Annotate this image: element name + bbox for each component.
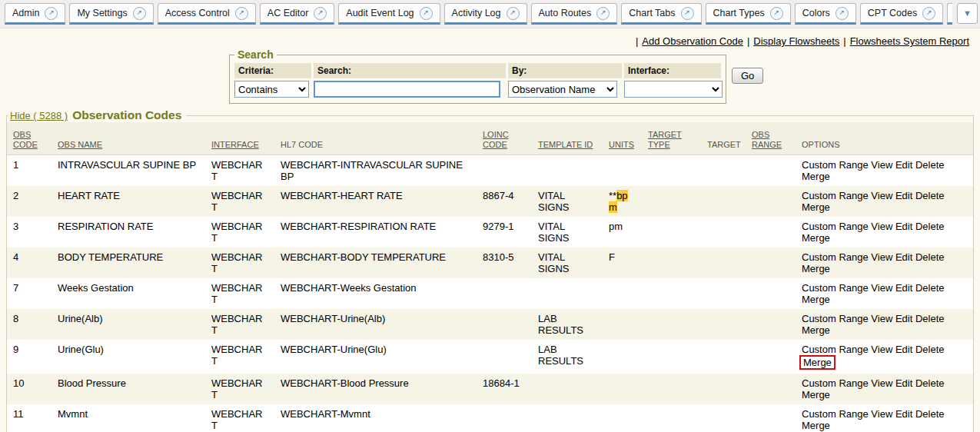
- option-custom-range-link[interactable]: Custom Range: [802, 221, 869, 232]
- sort-link-interface[interactable]: INTERFACE: [211, 140, 259, 149]
- flowsheets-system-report-link[interactable]: Flowsheets System Report: [850, 35, 969, 47]
- option-merge-link[interactable]: Merge: [802, 201, 830, 213]
- interface-select[interactable]: [624, 81, 723, 98]
- option-edit-link[interactable]: Edit: [895, 159, 912, 171]
- cell-target: [701, 186, 746, 217]
- tab-access-control[interactable]: Access Control↗: [158, 3, 256, 25]
- option-edit-link[interactable]: Edit: [895, 377, 912, 389]
- popup-arrow-icon[interactable]: ↗: [922, 7, 935, 20]
- option-merge-link[interactable]: Merge: [802, 294, 830, 305]
- option-merge-link[interactable]: Merge: [802, 389, 830, 400]
- column-header-target-type[interactable]: TARGET TYPE: [642, 122, 701, 155]
- column-header-obs-range[interactable]: OBS RANGE: [746, 122, 796, 155]
- option-delete-link[interactable]: Delete: [915, 190, 945, 201]
- tab-admin[interactable]: Admin↗: [5, 3, 65, 25]
- tab-auto-routes[interactable]: Auto Routes↗: [531, 3, 618, 25]
- column-header-obs-code[interactable]: OBS CODE: [7, 122, 51, 155]
- sort-link-obs-code[interactable]: OBS CODE: [13, 130, 38, 149]
- option-delete-link[interactable]: Delete: [915, 377, 945, 389]
- option-edit-link[interactable]: Edit: [895, 313, 912, 324]
- option-custom-range-link[interactable]: Custom Range: [802, 408, 869, 420]
- option-custom-range-link[interactable]: Custom Range: [802, 313, 869, 324]
- tab-chart-tabs[interactable]: Chart Tabs↗: [621, 3, 701, 25]
- option-edit-link[interactable]: Edit: [895, 408, 912, 420]
- option-merge-link[interactable]: Merge: [802, 420, 830, 431]
- option-delete-link[interactable]: Delete: [915, 344, 945, 355]
- option-edit-link[interactable]: Edit: [895, 190, 912, 201]
- popup-arrow-icon[interactable]: ↗: [314, 7, 327, 20]
- popup-arrow-icon[interactable]: ↗: [770, 7, 783, 20]
- option-view-link[interactable]: View: [871, 282, 892, 294]
- tab-audit-event-log[interactable]: Audit Event Log↗: [338, 3, 440, 25]
- option-view-link[interactable]: View: [871, 408, 892, 420]
- popup-arrow-icon[interactable]: ↗: [420, 7, 433, 20]
- tab-cpt-requirements[interactable]: CPT Requirements↗: [947, 3, 952, 25]
- display-flowsheets-link[interactable]: Display Flowsheets: [753, 35, 839, 47]
- option-view-link[interactable]: View: [871, 377, 892, 389]
- popup-arrow-icon[interactable]: ↗: [681, 7, 694, 20]
- go-button[interactable]: Go: [732, 68, 763, 84]
- option-edit-link[interactable]: Edit: [895, 221, 912, 232]
- criteria-select[interactable]: Contains: [234, 81, 309, 98]
- cell-interface: WEBCHART: [205, 186, 274, 217]
- hide-link[interactable]: Hide ( 5288 ): [10, 110, 68, 121]
- option-delete-link[interactable]: Delete: [915, 159, 945, 171]
- tab-overflow-button[interactable]: ▼: [957, 3, 978, 24]
- option-merge-link[interactable]: Merge: [802, 171, 830, 182]
- column-header-template-id[interactable]: TEMPLATE ID: [532, 122, 603, 155]
- option-delete-link[interactable]: Delete: [915, 282, 945, 294]
- option-custom-range-link[interactable]: Custom Range: [802, 190, 869, 201]
- tab-my-settings[interactable]: My Settings↗: [69, 3, 153, 25]
- option-delete-link[interactable]: Delete: [915, 408, 945, 420]
- cell-template-id: [532, 155, 603, 187]
- sort-link-template-id[interactable]: TEMPLATE ID: [538, 140, 593, 149]
- sort-link-obs-range[interactable]: OBS RANGE: [752, 130, 782, 149]
- column-header-loinc-code[interactable]: LOINC CODE: [477, 122, 532, 155]
- popup-arrow-icon[interactable]: ↗: [235, 7, 248, 20]
- cell-target: [701, 155, 746, 187]
- option-custom-range-link[interactable]: Custom Range: [802, 159, 869, 171]
- sort-link-obs-name[interactable]: OBS NAME: [58, 140, 102, 149]
- popup-arrow-icon[interactable]: ↗: [133, 7, 146, 20]
- option-merge-link[interactable]: Merge: [802, 324, 830, 336]
- option-view-link[interactable]: View: [871, 313, 892, 324]
- popup-arrow-icon[interactable]: ↗: [45, 7, 58, 20]
- tab-cpt-codes[interactable]: CPT Codes↗: [860, 3, 943, 25]
- option-view-link[interactable]: View: [871, 221, 892, 232]
- popup-arrow-icon[interactable]: ↗: [507, 7, 520, 20]
- option-custom-range-link[interactable]: Custom Range: [802, 251, 869, 263]
- option-view-link[interactable]: View: [871, 190, 892, 201]
- column-header-units[interactable]: UNITS: [603, 122, 642, 155]
- option-edit-link[interactable]: Edit: [895, 282, 912, 294]
- column-header-obs-name[interactable]: OBS NAME: [51, 122, 205, 155]
- option-delete-link[interactable]: Delete: [915, 251, 945, 263]
- option-delete-link[interactable]: Delete: [915, 221, 945, 232]
- option-edit-link[interactable]: Edit: [895, 344, 912, 355]
- cell-options: Custom Range View Edit DeleteMerge: [796, 309, 973, 340]
- column-header-interface[interactable]: INTERFACE: [205, 122, 274, 155]
- popup-arrow-icon[interactable]: ↗: [596, 7, 610, 20]
- option-custom-range-link[interactable]: Custom Range: [802, 377, 869, 389]
- tab-chart-types[interactable]: Chart Types↗: [706, 3, 791, 25]
- cell-obs-range: [746, 155, 796, 187]
- option-delete-link[interactable]: Delete: [915, 313, 945, 324]
- sort-link-target-type[interactable]: TARGET TYPE: [648, 130, 682, 149]
- tab-colors[interactable]: Colors↗: [795, 3, 856, 25]
- popup-arrow-icon[interactable]: ↗: [835, 7, 849, 20]
- option-view-link[interactable]: View: [871, 159, 892, 171]
- option-custom-range-link[interactable]: Custom Range: [802, 344, 869, 355]
- option-merge-link[interactable]: Merge: [802, 232, 830, 244]
- add-observation-code-link[interactable]: Add Observation Code: [642, 35, 743, 47]
- option-edit-link[interactable]: Edit: [895, 251, 912, 263]
- sort-link-loinc-code[interactable]: LOINC CODE: [483, 130, 509, 149]
- search-input[interactable]: [314, 81, 500, 98]
- tab-activity-log[interactable]: Activity Log↗: [444, 3, 527, 25]
- option-view-link[interactable]: View: [871, 344, 892, 355]
- sort-link-units[interactable]: UNITS: [609, 140, 634, 149]
- tab-ac-editor[interactable]: AC Editor↗: [260, 3, 335, 25]
- option-merge-link[interactable]: Merge: [799, 355, 835, 370]
- option-merge-link[interactable]: Merge: [802, 263, 830, 274]
- option-custom-range-link[interactable]: Custom Range: [802, 282, 869, 294]
- by-select[interactable]: Observation Name: [508, 81, 617, 98]
- option-view-link[interactable]: View: [871, 251, 892, 263]
